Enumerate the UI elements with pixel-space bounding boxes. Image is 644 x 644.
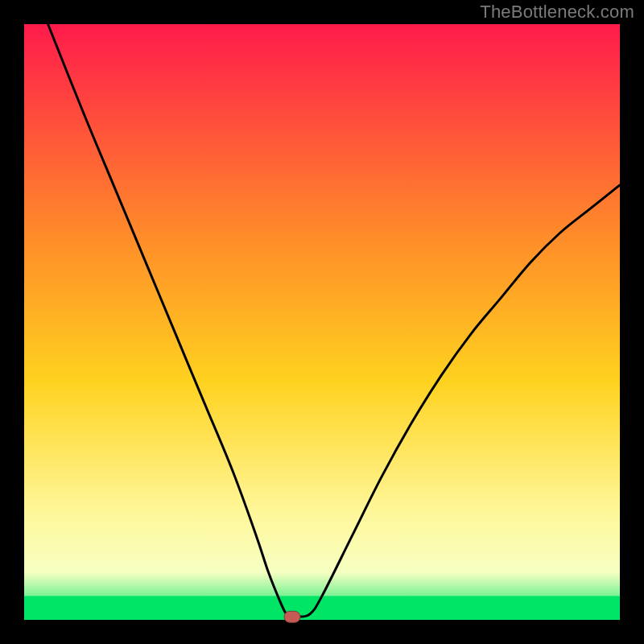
- bottleneck-chart: [0, 0, 644, 644]
- plot-background: [24, 24, 620, 620]
- chart-frame: { "watermark": "TheBottleneck.com", "col…: [0, 0, 644, 644]
- watermark-text: TheBottleneck.com: [480, 2, 634, 23]
- current-config-marker: [284, 611, 300, 622]
- optimal-band: [24, 596, 620, 620]
